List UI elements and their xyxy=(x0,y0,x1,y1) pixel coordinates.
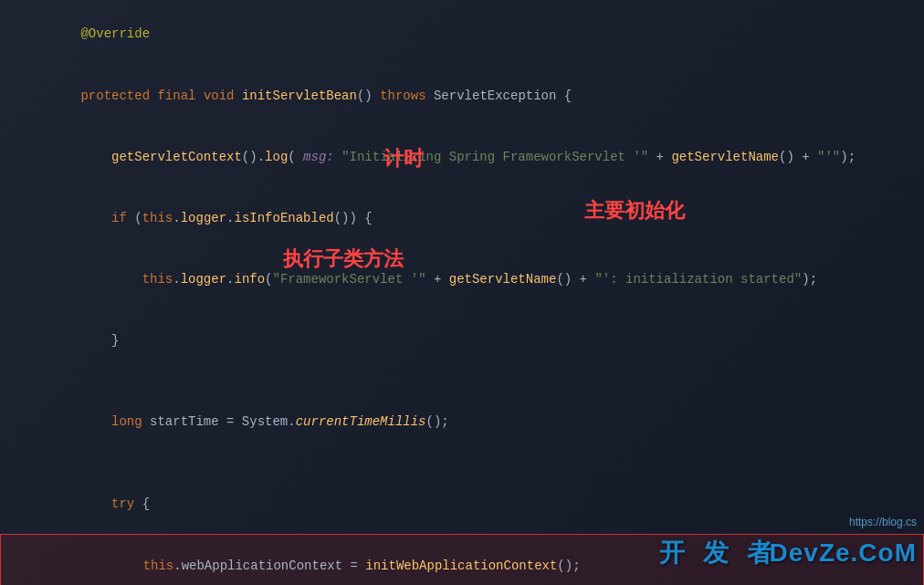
watermark-devze: DevZe.CoM xyxy=(770,533,917,574)
keyword: protected xyxy=(80,89,150,103)
code-line-2: protected final void initServletBean() t… xyxy=(0,65,924,126)
code-content: protected final void initServletBean() t… xyxy=(35,65,924,126)
watermark-kaifazhe: 开 发 者 xyxy=(659,533,778,574)
code-content: if (this.logger.isInfoEnabled()) { xyxy=(35,188,924,249)
code-content: long startTime = System.currentTimeMilli… xyxy=(35,392,924,453)
annotation-override: @Override xyxy=(80,26,150,41)
code-content: @Override xyxy=(35,4,924,65)
code-line-3: getServletContext().log( msg: "Initializ… xyxy=(0,126,924,187)
code-content: this.logger.info("FrameworkServlet '" + … xyxy=(35,249,924,310)
code-line-6: } xyxy=(0,310,924,371)
code-line-empty-2 xyxy=(0,453,924,473)
code-content: } xyxy=(35,310,924,371)
code-line-5: this.logger.info("FrameworkServlet '" + … xyxy=(0,249,924,310)
code-line-8: long startTime = System.currentTimeMilli… xyxy=(0,392,924,453)
code-line-1: @Override xyxy=(0,4,924,65)
code-line-4: if (this.logger.isInfoEnabled()) { xyxy=(0,188,924,249)
code-line-empty-1 xyxy=(0,371,924,392)
watermark-url: https://blog.cs xyxy=(849,514,917,531)
code-editor: @Override protected final void initServl… xyxy=(0,0,924,585)
code-content: getServletContext().log( msg: "Initializ… xyxy=(35,126,924,187)
